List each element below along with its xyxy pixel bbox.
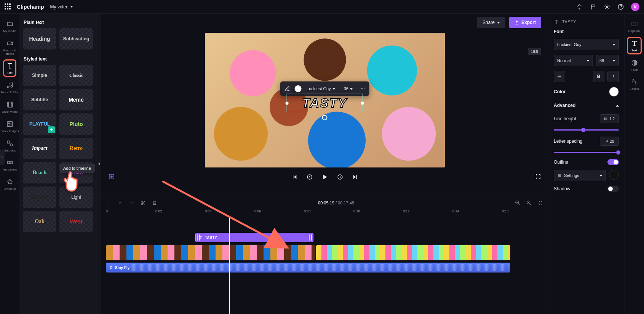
rotate-handle[interactable]	[322, 115, 328, 120]
text-style-retro[interactable]: Retro	[59, 138, 93, 159]
text-style-pluto[interactable]: Pluto	[59, 113, 93, 135]
rail-effects[interactable]: Effects	[625, 75, 644, 94]
text-style-classic[interactable]: Classic	[59, 65, 93, 86]
text-style-block[interactable]: BLOCK	[23, 186, 56, 208]
text-style-simple[interactable]: Simple	[23, 65, 56, 86]
resize-handle-right[interactable]	[361, 102, 364, 105]
font-weight-select[interactable]: Normal	[554, 55, 593, 66]
more-options-button[interactable]: ⋯	[358, 84, 367, 94]
rail-stock-images[interactable]: Stock images	[0, 117, 19, 136]
text-color-swatch[interactable]	[294, 85, 301, 92]
seek-forward-button[interactable]	[337, 174, 344, 180]
video-title: My video	[50, 4, 69, 10]
user-avatar[interactable]: K	[631, 3, 639, 11]
undo-button[interactable]: ↶	[117, 200, 123, 206]
rail-my-media[interactable]: My media	[0, 17, 19, 36]
svg-point-0	[606, 6, 608, 8]
play-button[interactable]	[321, 174, 328, 180]
font-size-floating[interactable]: 36	[341, 84, 356, 94]
add-to-timeline-badge[interactable]: +	[48, 126, 55, 133]
text-style-oak[interactable]: Oak	[23, 211, 56, 232]
ai-enhance-button[interactable]	[108, 173, 115, 181]
outline-color-swatch[interactable]	[609, 170, 619, 180]
letter-spacing-label: Letter spacing	[554, 139, 582, 144]
rail-brand-kit[interactable]: Brand kit	[0, 175, 19, 194]
text-color-swatch[interactable]	[609, 87, 619, 97]
chevron-down-icon	[70, 6, 73, 8]
folder-icon	[6, 20, 14, 28]
rail-music-sfx[interactable]: Music & SFX	[0, 78, 19, 97]
panel-collapse-tab[interactable]	[96, 14, 101, 314]
add-button[interactable]: +	[106, 200, 112, 206]
advanced-section-toggle[interactable]: Advanced	[554, 101, 619, 110]
rail-fade[interactable]: Fade	[625, 56, 644, 75]
letter-spacing-slider[interactable]	[554, 152, 619, 153]
video-title-dropdown[interactable]: My video	[50, 4, 73, 10]
ai-sparkle-icon[interactable]	[576, 3, 583, 10]
letter-spacing-input[interactable]: 20	[600, 137, 619, 146]
text-style-playful[interactable]: PLAYFUL+	[23, 113, 56, 135]
fit-button[interactable]	[537, 200, 543, 206]
text-style-west[interactable]: West	[59, 211, 93, 232]
text-style-meme[interactable]: Meme	[59, 89, 93, 110]
line-height-slider[interactable]	[554, 129, 619, 131]
svg-point-3	[7, 86, 9, 88]
shadow-toggle[interactable]	[607, 186, 619, 192]
delete-button[interactable]	[152, 200, 158, 206]
zoom-in-button[interactable]	[526, 200, 532, 206]
rail-captions[interactable]: Captions	[625, 17, 644, 36]
timeline-tracks[interactable]: TASTY Stay Fly	[106, 218, 548, 314]
image-icon	[6, 120, 14, 128]
bold-button[interactable]: B	[593, 71, 604, 82]
align-button[interactable]	[554, 71, 565, 82]
rail-text-props[interactable]: Text	[625, 36, 644, 56]
selected-text-box[interactable]: TASTY	[286, 94, 363, 112]
flag-icon[interactable]	[590, 3, 597, 10]
resize-handle-left[interactable]	[285, 102, 288, 105]
split-button[interactable]	[140, 200, 146, 206]
timeline-ruler[interactable]: 0 0:02 0:04 0:06 0:08 0:10 0:12 0:14 0:1…	[106, 209, 548, 218]
outline-settings-button[interactable]: Settings	[554, 170, 606, 181]
line-height-input[interactable]: 1.2	[600, 114, 619, 123]
apps-grid-icon[interactable]	[5, 3, 11, 10]
edit-text-button[interactable]	[282, 84, 292, 94]
italic-button[interactable]: I	[607, 71, 619, 82]
timeline-audio-clip[interactable]: Stay Fly	[106, 263, 510, 273]
rail-record-create[interactable]: Record & create	[0, 36, 19, 59]
shadow-label: Shadow	[554, 186, 570, 191]
text-style-heading[interactable]: Heading	[23, 28, 56, 49]
text-style-subtitle[interactable]: Subtitle	[23, 89, 56, 110]
rail-text[interactable]: Text	[0, 59, 19, 78]
cursor-hand-icon	[62, 170, 81, 194]
font-select-floating[interactable]: Luckiest Guy	[304, 84, 339, 94]
brand-label: Clipchamp	[17, 4, 44, 10]
redo-button[interactable]: ↷	[129, 200, 135, 206]
text-style-beach[interactable]: Beach	[23, 162, 56, 183]
svg-rect-20	[632, 22, 637, 26]
text-style-subheading[interactable]: Subheading	[59, 28, 93, 49]
timeline-video-clip-2[interactable]	[316, 245, 510, 260]
fullscreen-button[interactable]	[535, 174, 541, 181]
gear-icon[interactable]	[604, 3, 610, 10]
brand-icon	[6, 178, 14, 186]
help-icon[interactable]	[617, 3, 624, 10]
outline-toggle[interactable]	[607, 159, 619, 165]
video-preview[interactable]: Luckiest Guy 36 ⋯ TASTY	[205, 33, 445, 167]
text-style-impact[interactable]: Impact	[23, 138, 56, 159]
aspect-ratio-badge[interactable]: 16:9	[528, 48, 541, 55]
svg-rect-11	[10, 161, 12, 164]
rail-stock-video[interactable]: Stock video	[0, 97, 19, 117]
timeline: + ↶ ↷ 00:05.19 / 00:17.48 0 0:02 0:04 0:…	[101, 196, 548, 314]
timeline-text-clip[interactable]: TASTY	[195, 233, 313, 242]
export-button[interactable]: Export	[509, 17, 541, 28]
playhead[interactable]	[229, 218, 230, 314]
font-select[interactable]: Luckiest Guy	[554, 39, 619, 50]
font-size-select[interactable]: 36	[596, 55, 619, 66]
skip-forward-button[interactable]	[352, 174, 359, 180]
svg-rect-5	[7, 102, 13, 107]
timeline-video-clip-1[interactable]	[106, 245, 315, 260]
seek-back-button[interactable]	[306, 174, 313, 180]
zoom-out-button[interactable]	[515, 200, 521, 206]
skip-back-button[interactable]	[291, 174, 298, 180]
share-button[interactable]: Share	[477, 17, 505, 28]
